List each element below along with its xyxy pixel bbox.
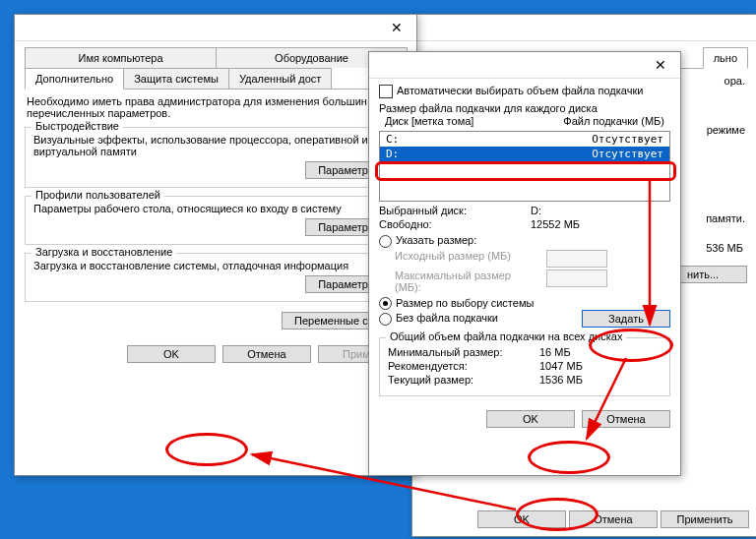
radio-none-label: Без файла подкачки xyxy=(396,312,498,324)
close-icon[interactable]: ✕ xyxy=(377,15,416,40)
group-text: Параметры рабочего стола, относящиеся ко… xyxy=(33,203,398,214)
ok-button[interactable]: OK xyxy=(127,345,216,363)
auto-manage-label: Автоматически выбирать объем файла подка… xyxy=(397,85,643,96)
group-title: Профили пользователей xyxy=(32,189,164,201)
titlebar: ✕ xyxy=(369,52,680,79)
free-value: 12552 МБ xyxy=(531,218,580,230)
ok-button-bg[interactable]: OK xyxy=(477,510,566,528)
apply-button-bg[interactable]: Применить xyxy=(661,510,749,528)
system-properties-window: ✕ Имя компьютера Оборудование Дополнител… xyxy=(14,14,417,476)
col-file: Файл подкачки (МБ) xyxy=(563,115,664,127)
profiles-group: Профили пользователей Параметры рабочего… xyxy=(25,196,407,245)
per-disk-label: Размер файла подкачки для каждого диска xyxy=(379,102,670,114)
selected-disk-label: Выбранный диск: xyxy=(379,205,517,216)
tab-advanced[interactable]: Дополнительно xyxy=(25,68,124,90)
cur-value: 1536 МБ xyxy=(539,374,583,386)
cur-label: Текущий размер: xyxy=(388,374,526,386)
radio-system-label: Размер по выбору системы xyxy=(396,297,534,309)
virtual-memory-window: ✕ Автоматически выбирать объем файла под… xyxy=(368,51,681,476)
startup-group: Загрузка и восстановление Загрузка и вос… xyxy=(25,253,407,302)
cancel-button-vm[interactable]: Отмена xyxy=(582,410,670,428)
min-value: 16 МБ xyxy=(539,346,571,358)
radio-none[interactable] xyxy=(379,313,392,326)
admin-note: Необходимо иметь права администратора дл… xyxy=(27,95,405,119)
ok-button-vm[interactable]: OK xyxy=(486,410,575,428)
group-title: Быстродействие xyxy=(32,120,123,132)
disk-row-d[interactable]: D:Отсутствует xyxy=(380,147,669,161)
titlebar xyxy=(412,15,756,41)
group-text: Загрузка и восстановление системы, отлад… xyxy=(33,260,398,271)
tab-system-protection[interactable]: Защита системы xyxy=(123,68,229,89)
rec-value: 1047 МБ xyxy=(539,360,583,372)
tab-advanced-bg[interactable]: льно xyxy=(703,47,748,69)
group-title: Общий объем файла подкачки на всех диска… xyxy=(386,330,626,342)
free-label: Свободно: xyxy=(379,218,517,230)
set-button[interactable]: Задать xyxy=(582,310,670,328)
radio-system[interactable] xyxy=(379,297,392,310)
titlebar: ✕ xyxy=(15,15,416,41)
rec-label: Рекомендуется: xyxy=(388,360,526,372)
col-disk: Диск [метка тома] xyxy=(385,115,473,127)
tab-computer-name[interactable]: Имя компьютера xyxy=(25,47,217,68)
group-title: Загрузка и восстановление xyxy=(32,246,176,258)
min-label: Минимальный размер: xyxy=(388,346,526,358)
max-size-label: Максимальный размер (МБ): xyxy=(395,270,533,293)
auto-manage-checkbox[interactable] xyxy=(379,85,393,98)
initial-size-label: Исходный размер (МБ) xyxy=(395,250,533,268)
initial-size-input xyxy=(546,250,607,268)
performance-group: Быстродействие Визуальные эффекты, испол… xyxy=(25,127,407,188)
disk-list[interactable]: C:Отсутствует D:Отсутствует xyxy=(379,131,670,202)
disk-row-c[interactable]: C:Отсутствует xyxy=(380,132,669,147)
total-group: Общий объем файла подкачки на всех диска… xyxy=(379,337,670,396)
radio-custom[interactable] xyxy=(379,235,392,248)
radio-custom-label: Указать размер: xyxy=(396,234,476,246)
group-text: Визуальные эффекты, использование процес… xyxy=(33,134,398,157)
selected-disk-value: D: xyxy=(531,205,541,216)
close-icon[interactable]: ✕ xyxy=(641,52,680,78)
tab-remote[interactable]: Удаленный дост xyxy=(228,68,333,89)
cancel-button[interactable]: Отмена xyxy=(222,345,311,363)
cancel-button-bg[interactable]: Отмена xyxy=(569,510,658,528)
max-size-input xyxy=(546,270,607,287)
